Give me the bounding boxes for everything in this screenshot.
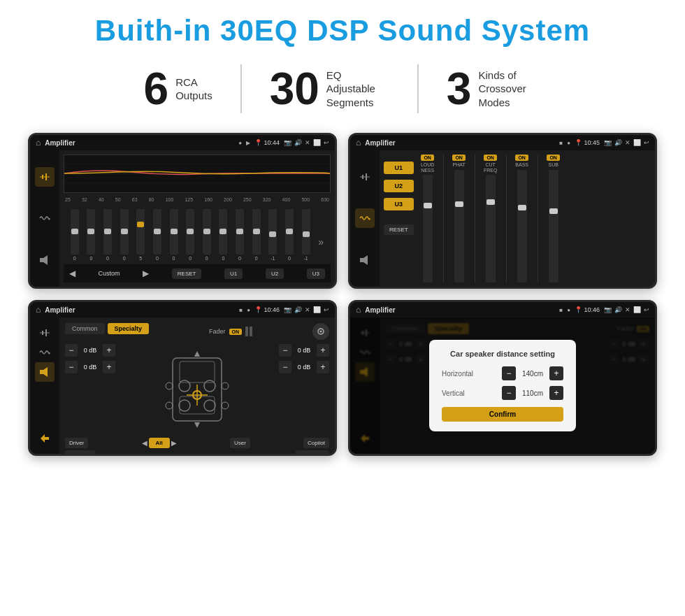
fader-db-value-3: 0 dB [294, 347, 314, 354]
fader-icon-speaker[interactable] [35, 362, 55, 382]
fader-db-minus-2[interactable]: − [65, 361, 78, 373]
dialog-horizontal-plus[interactable]: + [549, 366, 563, 380]
eq-expand-icon[interactable]: » [318, 222, 324, 248]
crossover-icon-eq[interactable] [355, 167, 375, 187]
crossover-reset-btn[interactable]: RESET [384, 224, 414, 235]
eq-reset-btn[interactable]: RESET [172, 268, 202, 279]
freq-160: 160 [204, 197, 212, 202]
eq-slider-5[interactable]: 0 [153, 209, 161, 261]
fader-icon-expand[interactable] [35, 429, 55, 448]
eq-slider-0[interactable]: 0 [71, 209, 79, 261]
svg-point-37 [222, 402, 229, 409]
dialog-horizontal-minus[interactable]: − [502, 366, 516, 380]
dialog-vertical-control: − 110cm + [502, 386, 563, 400]
eq-u3-btn[interactable]: U3 [307, 268, 325, 279]
eq-slider-8[interactable]: 0 [203, 209, 211, 261]
fader-all-btn[interactable]: All [149, 438, 170, 448]
channel-sliders: ON LOUDNESS ON PHAT [418, 155, 651, 282]
eq-slider-10[interactable]: 0 [236, 209, 244, 261]
fader-db-plus-1[interactable]: + [103, 344, 115, 357]
bass-slider[interactable] [517, 170, 527, 282]
eq-u1-btn[interactable]: U1 [224, 268, 243, 279]
camera-icon: 📷 [284, 139, 291, 146]
fader-tab-specialty[interactable]: Specialty [108, 323, 150, 334]
dialog-vertical-plus[interactable]: + [549, 386, 563, 400]
dialog-confirm-btn[interactable]: Confirm [442, 407, 563, 422]
fader-db-plus-2[interactable]: + [103, 361, 115, 373]
svg-rect-11 [366, 173, 367, 180]
fader-close-icon: ✕ [305, 306, 310, 313]
fader-window-icon: ⬜ [313, 306, 321, 313]
crossover-u1-btn[interactable]: U1 [384, 162, 414, 174]
distance-dialog: Car speaker distance setting Horizontal … [429, 340, 576, 431]
crossover-u3-btn[interactable]: U3 [384, 198, 414, 210]
eq-icon-eq[interactable] [35, 167, 55, 187]
eq-icon-wave[interactable] [35, 208, 55, 228]
svg-point-35 [166, 402, 173, 409]
fader-right-arrow[interactable]: ▶ [171, 439, 177, 447]
fader-db-minus-3[interactable]: − [279, 344, 291, 357]
crossover-u2-btn[interactable]: U2 [384, 180, 414, 192]
sub-slider[interactable] [549, 170, 558, 282]
eq-slider-13[interactable]: 0 [285, 209, 294, 261]
eq-slider-9[interactable]: 0 [219, 209, 227, 261]
svg-marker-38 [194, 351, 200, 357]
eq-next-icon[interactable]: ▶ [143, 268, 149, 278]
eq-val-10: 0 [238, 256, 241, 261]
eq-slider-14[interactable]: -1 [302, 209, 310, 261]
crossover-icon-wave[interactable] [355, 208, 375, 228]
eq-slider-4[interactable]: 5 [136, 209, 145, 261]
sub-on-btn[interactable]: ON [547, 155, 560, 161]
phat-slider[interactable] [454, 170, 464, 282]
fader-bottom-buttons: Driver ◀ All ▶ User Copilot [65, 438, 329, 448]
eq-icon-speaker[interactable] [35, 250, 55, 270]
phat-label: PHAT [453, 162, 466, 168]
dialog-horizontal-label: Horizontal [442, 370, 484, 378]
crossover-icon-speaker[interactable] [355, 250, 375, 270]
eq-u2-btn[interactable]: U2 [266, 268, 284, 279]
fader-tab-common[interactable]: Common [65, 323, 105, 334]
eq-val-7: 0 [189, 256, 192, 261]
crossover-screen-content: U1 U2 U3 RESET ON LOUDNESS [350, 150, 655, 287]
cutfreq-on-btn[interactable]: ON [484, 155, 497, 161]
fader-db-minus-1[interactable]: − [65, 344, 78, 357]
dialog-overlay: Car speaker distance setting Horizontal … [350, 317, 655, 454]
eq-prev-icon[interactable]: ◀ [69, 268, 75, 278]
cutfreq-slider[interactable] [486, 175, 496, 282]
bass-on-btn[interactable]: ON [515, 155, 528, 161]
eq-slider-7[interactable]: 0 [186, 209, 194, 261]
fader-driver-btn[interactable]: Driver [65, 438, 88, 448]
freq-50: 50 [115, 197, 121, 202]
window-icon: ⬜ [313, 139, 321, 146]
fader-db-minus-4[interactable]: − [279, 361, 291, 373]
fader-user-btn[interactable]: User [230, 438, 250, 448]
eq-status-bar: ⌂ Amplifier ● ▶ 📍 10:44 📷 🔊 ✕ ⬜ ↩ [30, 135, 335, 150]
eq-slider-6[interactable]: 0 [170, 209, 178, 261]
distance-status-icons: 📷 🔊 ✕ ⬜ ↩ [604, 306, 649, 313]
eq-val-13: 0 [288, 256, 291, 261]
fader-rearleft-btn[interactable]: RearLeft [65, 450, 95, 456]
fader-copilot-btn[interactable]: Copilot [303, 438, 329, 448]
fader-db-value-4: 0 dB [294, 364, 314, 371]
dialog-vertical-minus[interactable]: − [502, 386, 516, 400]
fader-settings-icon[interactable] [312, 323, 329, 340]
svg-point-27 [179, 400, 190, 411]
crossover-back-icon: ↩ [644, 139, 649, 146]
crossover-dot: ■ [559, 140, 563, 146]
fader-icon-eq[interactable] [35, 323, 55, 343]
phat-on-btn[interactable]: ON [452, 155, 466, 161]
fader-db-plus-3[interactable]: + [317, 344, 329, 357]
channel-loudness: ON LOUDNESS [418, 155, 438, 282]
loudness-on-btn[interactable]: ON [421, 155, 434, 161]
eq-slider-1[interactable]: 0 [87, 209, 95, 261]
fader-rearright-btn[interactable]: RearRight [296, 450, 329, 456]
eq-slider-11[interactable]: 0 [252, 209, 261, 261]
loudness-slider[interactable] [423, 175, 433, 282]
fader-icon-wave[interactable] [35, 343, 55, 362]
eq-slider-2[interactable]: 0 [103, 209, 112, 261]
eq-slider-3[interactable]: 0 [120, 209, 129, 261]
fader-db-plus-4[interactable]: + [317, 361, 329, 373]
crossover-camera-icon: 📷 [604, 139, 612, 146]
fader-left-arrow[interactable]: ◀ [142, 439, 147, 447]
eq-slider-12[interactable]: -1 [268, 209, 277, 261]
